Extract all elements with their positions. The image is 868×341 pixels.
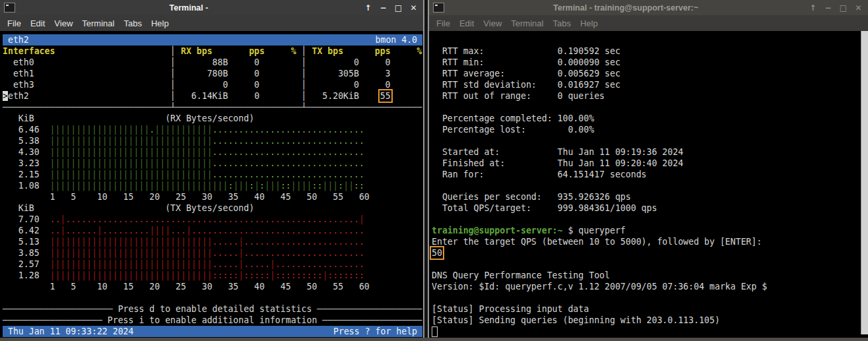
shade-button[interactable]: ↑ [807,3,818,13]
tx-row-5.13: 5.13 |||||||||||||||||||||||||||||||....… [3,236,423,247]
blank [432,292,868,303]
tx-row-6.42: 6.42 ..|......|.........||||...|........… [3,225,423,236]
hint-additional-info: ─────────────────── Press i to enable ad… [3,315,423,326]
menu-edit[interactable]: Edit [455,18,479,28]
window-title: Terminal - training@support-server:~ [444,3,807,13]
left-titlebar[interactable]: Terminal - ↑ − □ ✕ [0,0,423,15]
tool-title: DNS Query Performance Testing Tool [432,270,868,281]
hint-detailed-stats: ───────────────────── Press d to enable … [3,303,423,315]
menu-tabs[interactable]: Tabs [119,18,146,28]
tx-row-2.57: 2.57 |||||||||||||||||||||||||||||||....… [3,259,423,270]
blank [432,180,868,191]
terminal-icon [4,3,15,13]
window-title: Terminal - [15,3,362,13]
scrollbar[interactable] [861,31,868,334]
tx-row-7.70: 7.70 ..|................................… [3,214,423,225]
right-titlebar[interactable]: Terminal - training@support-server:~ ↑ −… [429,0,868,15]
started-at: Started at: Thu Jan 11 09:19:36 2024 [432,146,868,158]
row-eth2-selected: >eth2 │ 6.14KiB 0 │ 5.20KiB 55 [3,90,423,102]
window-controls: ↑ − □ ✕ [807,3,864,13]
percentage-lost: Percentage lost: 0.00% [432,124,868,135]
menu-view[interactable]: View [479,18,506,28]
row-eth0: eth0 │ 88B 0 │ 0 0 [3,57,423,68]
maximize-button[interactable]: □ [838,3,849,13]
tx-graph-xaxis: 1 5 10 15 20 25 30 35 40 45 50 55 60 [3,281,423,292]
rx-row-6.46: 6.46 |||||||||||||||||||.|||||||||||....… [3,124,423,135]
menu-help[interactable]: Help [147,18,174,28]
close-button[interactable]: ✕ [408,3,419,13]
blank [432,34,868,46]
rx-row-3.23: 3.23 |||||||||||||||||||||||||||||||....… [3,158,423,169]
blank [432,214,868,225]
queries-per-second: Queries per second: 935.926326 qps [432,191,868,202]
maximize-button[interactable]: □ [393,3,404,13]
left-terminal-window: Terminal - ↑ − □ ✕ File Edit View Termin… [0,0,424,338]
blank [432,135,868,146]
table-divider: ────────────────────────────────┴───────… [3,102,423,113]
menu-view[interactable]: View [50,18,77,28]
rx-graph-xaxis: 1 5 10 15 20 25 30 35 40 45 50 55 60 [3,191,423,202]
right-menubar: File Edit View Terminal Tabs Help [429,15,868,31]
row-eth1: eth1 │ 780B 0 │ 305B 3 [3,68,423,79]
menu-terminal[interactable]: Terminal [77,18,119,28]
rx-row-1.08: 1.08 ||||||||||||||||||||||||||||||||||:… [3,180,423,191]
status-sending: [Status] Sending queries (beginning with… [432,315,868,326]
bmon-column-header: Interfaces │ RX bps pps % │ TX bps pps % [3,46,423,57]
desktop: Terminal - ↑ − □ ✕ File Edit View Termin… [0,0,868,341]
tx-row-3.85: 3.85 |||||||||||||||||||||||||||||||....… [3,247,423,259]
right-terminal-window: Terminal - training@support-server:~ ↑ −… [428,0,868,338]
rx-row-2.15: 2.15 |||||||||||||||||||||||||||||||....… [3,169,423,180]
menu-terminal[interactable]: Terminal [506,18,548,28]
status-processing: [Status] Processing input data [432,303,868,315]
prompt-line: training@support-server:~ $ queryperf [432,225,868,236]
bmon-title-bar: eth2bmon 4.0 [3,34,422,46]
menu-tabs[interactable]: Tabs [548,18,575,28]
window-controls: ↑ − □ ✕ [362,3,419,13]
menu-edit[interactable]: Edit [26,18,50,28]
left-menubar: File Edit View Terminal Tabs Help [0,15,423,31]
rtt-std-deviation: RTT std deviation: 0.016927 sec [432,79,868,90]
rtt-average: RTT average: 0.005629 sec [432,68,868,79]
menu-file[interactable]: File [432,18,455,28]
bottom-border [0,338,868,341]
close-button[interactable]: ✕ [853,3,864,13]
tool-version: Version: $Id: queryperf.c,v 1.12 2007/09… [432,281,868,292]
qps-input-value: 50 [432,247,868,259]
rtt-max: RTT max: 0.190592 sec [432,46,868,57]
blank [432,102,868,113]
blank [432,259,868,270]
bmon-status-bar: Thu Jan 11 09:33:22 2024Press ? for help [3,326,422,337]
qps-prompt: Enter the target QPS (between 10 to 5000… [432,236,868,247]
row-eth3: eth3 │ 0 0 │ 0 0 [3,79,423,90]
total-qps-target: Total QPS/target: 999.984361/1000 qps [432,202,868,214]
terminal-icon [433,3,444,13]
percentage-completed: Percentage completed: 100.00% [432,113,868,124]
minimize-button[interactable]: − [378,3,389,13]
rx-row-4.30: 4.30 |||||||||||||||||||||||||||||||....… [3,146,423,158]
queryperf-output[interactable]: RTT max: 0.190592 sec RTT min: 0.000090 … [429,31,868,338]
finished-at: Finished at: Thu Jan 11 09:20:40 2024 [432,158,868,169]
menu-help[interactable]: Help [576,18,603,28]
blank [3,292,423,303]
cursor-line [432,326,868,337]
menu-file[interactable]: File [3,18,26,28]
minimize-button[interactable]: − [822,3,834,13]
rx-row-5.38: 5.38 |||||||||||||||||||||||||||||||....… [3,135,423,146]
rx-graph-title: KiB (RX Bytes/second) [3,113,423,124]
bmon-screen[interactable]: eth2bmon 4.0 Interfaces │ RX bps pps % │… [0,31,423,338]
rtt-out-of-range: RTT out of range: 0 queries [432,90,868,102]
shade-button[interactable]: ↑ [362,3,374,13]
tx-row-1.28: 1.28 |||||||||||||||||||||||||||||||::::… [3,270,423,281]
ran-for: Ran for: 64.151417 seconds [432,169,868,180]
tx-graph-title: KiB (TX Bytes/second) [3,202,423,214]
rtt-min: RTT min: 0.000090 sec [432,57,868,68]
